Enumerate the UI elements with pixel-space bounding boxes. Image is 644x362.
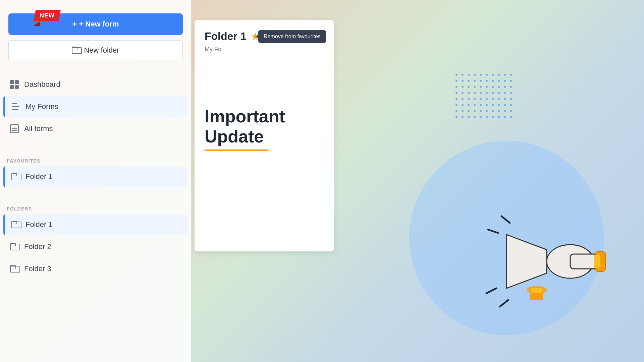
sidebar-divider-3 [0, 194, 191, 194]
tooltip-text: Remove from favourites [264, 34, 321, 39]
folder-item-2[interactable]: Folder 2 [3, 236, 188, 257]
new-form-label: + New form [79, 20, 119, 28]
megaphone-illustration [476, 194, 617, 335]
folders-nav: Folder 1 Folder 2 Folder 3 [0, 214, 191, 279]
svg-rect-3 [594, 255, 600, 268]
content-card: Folder 1 ★ Remove from favourites My Fo.… [195, 20, 334, 251]
folder-subtitle: My Fo... [205, 46, 324, 53]
folder-item-3[interactable]: Folder 3 [3, 258, 188, 279]
sidebar-item-my-forms[interactable]: My Forms [3, 96, 188, 117]
all-forms-label: All forms [24, 124, 53, 133]
svg-line-6 [500, 300, 508, 307]
folder2-label: Folder 2 [24, 242, 51, 251]
favourite-item-folder1[interactable]: Folder 1 [3, 166, 188, 187]
favourites-section-label: FAVOURITES [0, 153, 191, 166]
sidebar-top: + + New form New folder [0, 7, 191, 60]
new-folder-label: New folder [84, 46, 119, 55]
dashboard-label: Dashboard [24, 80, 60, 89]
update-underline [205, 149, 268, 151]
folder-icon [10, 243, 19, 250]
folder-header: Folder 1 ★ Remove from favourites [205, 30, 324, 43]
my-forms-icon [11, 102, 20, 111]
svg-line-4 [501, 216, 510, 223]
dots-grid [455, 74, 513, 131]
main-content: Folder 1 ★ Remove from favourites My Fo.… [191, 0, 644, 362]
svg-rect-1 [570, 254, 597, 269]
folder-icon [11, 221, 20, 228]
folder1-label: Folder 1 [25, 220, 53, 229]
folders-section-label: FOLDERS [0, 201, 191, 214]
folder-icon [10, 265, 19, 273]
folder-icon [11, 173, 20, 180]
svg-rect-10 [531, 288, 542, 293]
update-heading: Important Update [205, 107, 324, 147]
new-badge: NEW [34, 10, 61, 21]
favourite-folder1-label: Folder 1 [25, 172, 53, 181]
all-forms-icon [10, 124, 19, 133]
app-container: NEW + + New form New folder Dashboard [0, 0, 644, 362]
sidebar: NEW + + New form New folder Dashboard [0, 0, 191, 362]
sidebar-nav: Dashboard My Forms All forms [0, 74, 191, 139]
my-forms-label: My Forms [25, 102, 58, 111]
important-update-section: Important Update [205, 107, 324, 151]
sidebar-item-all-forms[interactable]: All forms [3, 118, 188, 139]
favourites-nav: Folder 1 [0, 166, 191, 187]
new-folder-button[interactable]: New folder [8, 40, 183, 60]
new-badge-tail [34, 21, 40, 26]
svg-line-7 [486, 288, 496, 293]
svg-line-5 [488, 230, 498, 233]
remove-favourites-tooltip: Remove from favourites [258, 30, 326, 43]
folder3-label: Folder 3 [24, 264, 51, 273]
sidebar-item-dashboard[interactable]: Dashboard [3, 74, 188, 95]
dots-pattern [455, 74, 513, 131]
update-heading-line2: Update [205, 127, 264, 146]
plus-icon: + [72, 19, 77, 29]
update-heading-line1: Important [205, 107, 285, 126]
folder-icon [72, 47, 80, 54]
new-badge-label: NEW [34, 10, 61, 21]
folder-item-1[interactable]: Folder 1 [3, 214, 188, 235]
dashboard-icon [10, 80, 19, 89]
sidebar-divider [0, 67, 191, 67]
sidebar-divider-2 [0, 146, 191, 146]
folder-title: Folder 1 [205, 30, 246, 43]
